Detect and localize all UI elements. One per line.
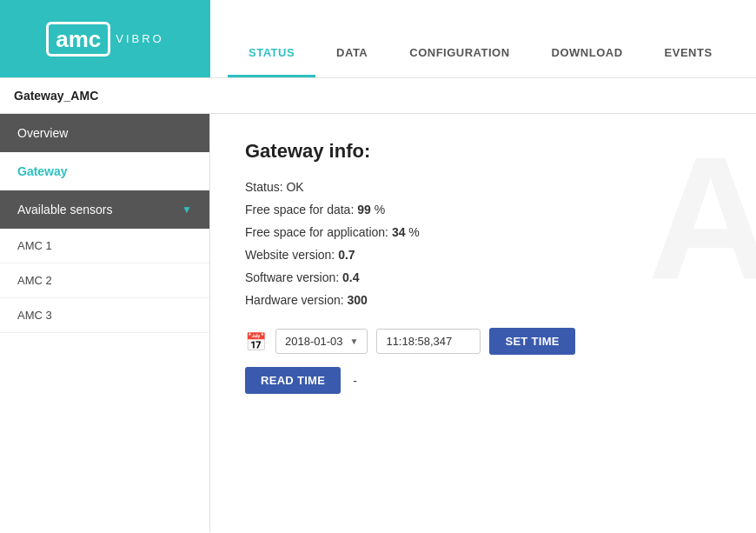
tab-download[interactable]: DOWNLOAD [531, 46, 644, 77]
read-time-button[interactable]: READ TIME [245, 367, 341, 394]
status-row: Status: OK [245, 180, 721, 194]
nav-area: STATUS DATA CONFIGURATION DOWNLOAD EVENT… [210, 0, 756, 77]
sidebar-item-gateway[interactable]: Gateway [0, 152, 209, 190]
sidebar-item-sensors[interactable]: Available sensors ▼ [0, 190, 209, 229]
logo-letters: amc [56, 28, 101, 50]
time-input[interactable] [376, 329, 481, 354]
free-data-unit: % [375, 203, 385, 217]
free-data-value: 99 [357, 203, 371, 217]
hardware-value: 300 [348, 293, 368, 307]
read-time-result: - [353, 374, 357, 388]
software-row: Software version: 0.4 [245, 270, 721, 284]
free-app-value: 34 [392, 225, 406, 239]
status-value: OK [286, 180, 303, 194]
sidebar-item-amc2[interactable]: AMC 2 [0, 263, 209, 298]
date-value: 2018-01-03 [285, 335, 343, 348]
free-app-label: Free space for application: [245, 225, 388, 239]
sidebar-item-amc1[interactable]: AMC 1 [0, 229, 209, 263]
website-value: 0.7 [338, 248, 355, 262]
software-label: Software version: [245, 270, 339, 284]
logo-vibro: VIBRO [116, 32, 163, 45]
status-label: Status: [245, 180, 283, 194]
content-area: A Gateway info: Status: OK Free space fo… [210, 114, 756, 532]
dropdown-arrow-icon: ▼ [182, 203, 192, 216]
free-app-row: Free space for application: 34 % [245, 225, 721, 239]
date-selector[interactable]: 2018-01-03 ▼ [275, 329, 368, 354]
page-title: Gateway_AMC [0, 78, 756, 114]
free-data-label: Free space for data: [245, 203, 354, 217]
nav-tabs: STATUS DATA CONFIGURATION DOWNLOAD EVENT… [228, 0, 733, 77]
website-label: Website version: [245, 248, 335, 262]
calendar-icon[interactable]: 📅 [245, 331, 267, 352]
sidebar-item-amc3[interactable]: AMC 3 [0, 298, 209, 333]
date-dropdown-arrow-icon: ▼ [350, 336, 359, 346]
tab-configuration[interactable]: CONFIGURATION [388, 46, 530, 77]
sidebar-sensors-label: Available sensors [17, 203, 112, 217]
main-layout: Overview Gateway Available sensors ▼ AMC… [0, 114, 756, 532]
header: amc VIBRO STATUS DATA CONFIGURATION DOWN… [0, 0, 756, 78]
logo-box: amc [46, 22, 110, 57]
logo-area: amc VIBRO [0, 0, 210, 77]
tab-events[interactable]: EVENTS [644, 46, 733, 77]
hardware-row: Hardware version: 300 [245, 293, 721, 307]
tab-status[interactable]: STATUS [228, 46, 315, 77]
free-data-row: Free space for data: 99 % [245, 203, 721, 217]
sidebar: Overview Gateway Available sensors ▼ AMC… [0, 114, 210, 532]
read-time-row: READ TIME - [245, 367, 721, 394]
hardware-label: Hardware version: [245, 293, 344, 307]
content-title: Gateway info: [245, 140, 721, 163]
sidebar-item-overview[interactable]: Overview [0, 114, 209, 152]
tab-data[interactable]: DATA [315, 46, 388, 77]
software-value: 0.4 [342, 270, 359, 284]
free-app-unit: % [408, 225, 419, 239]
set-time-button[interactable]: SET TIME [489, 328, 574, 355]
website-row: Website version: 0.7 [245, 248, 721, 262]
time-controls: 📅 2018-01-03 ▼ SET TIME [245, 328, 721, 355]
